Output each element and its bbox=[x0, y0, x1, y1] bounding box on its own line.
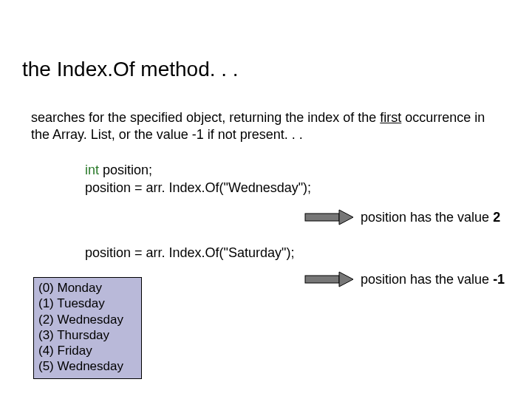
description-text: searches for the specified object, retur… bbox=[31, 109, 497, 143]
result2-value: -1 bbox=[493, 272, 505, 287]
code-line-1: int position; bbox=[85, 161, 311, 179]
list-item: (2) Wednesday bbox=[38, 312, 137, 327]
slide-title: the Index.Of method. . . bbox=[22, 58, 239, 81]
result1-pre: position has the value bbox=[361, 210, 493, 225]
desc-underlined: first bbox=[380, 110, 401, 125]
arrow-icon bbox=[304, 270, 355, 291]
code-line-2: position = arr. Index.Of("Wednesday"); bbox=[85, 179, 311, 197]
keyword-int: int bbox=[85, 163, 99, 177]
svg-marker-1 bbox=[339, 210, 353, 225]
list-item: (4) Friday bbox=[38, 343, 137, 358]
desc-pre: searches for the specified object, retur… bbox=[31, 110, 380, 125]
result-text-1: position has the value 2 bbox=[361, 210, 500, 225]
result1-value: 2 bbox=[493, 210, 500, 225]
result2-pre: position has the value bbox=[361, 272, 493, 287]
result-text-2: position has the value -1 bbox=[361, 272, 505, 287]
array-list-box: (0) Monday (1) Tuesday (2) Wednesday (3)… bbox=[33, 277, 142, 379]
code-block-2: position = arr. Index.Of("Saturday"); bbox=[85, 245, 294, 261]
list-item: (0) Monday bbox=[38, 280, 137, 296]
code-block-1: int position; position = arr. Index.Of("… bbox=[85, 161, 311, 197]
code1-rest: position; bbox=[99, 163, 152, 177]
svg-rect-2 bbox=[305, 276, 339, 283]
list-item: (1) Tuesday bbox=[38, 296, 137, 311]
svg-rect-0 bbox=[305, 214, 339, 221]
slide: the Index.Of method. . . searches for th… bbox=[0, 0, 532, 399]
svg-marker-3 bbox=[339, 272, 353, 287]
list-item: (3) Thursday bbox=[38, 327, 137, 343]
arrow-icon bbox=[304, 208, 355, 229]
list-item: (5) Wednesday bbox=[38, 358, 137, 374]
